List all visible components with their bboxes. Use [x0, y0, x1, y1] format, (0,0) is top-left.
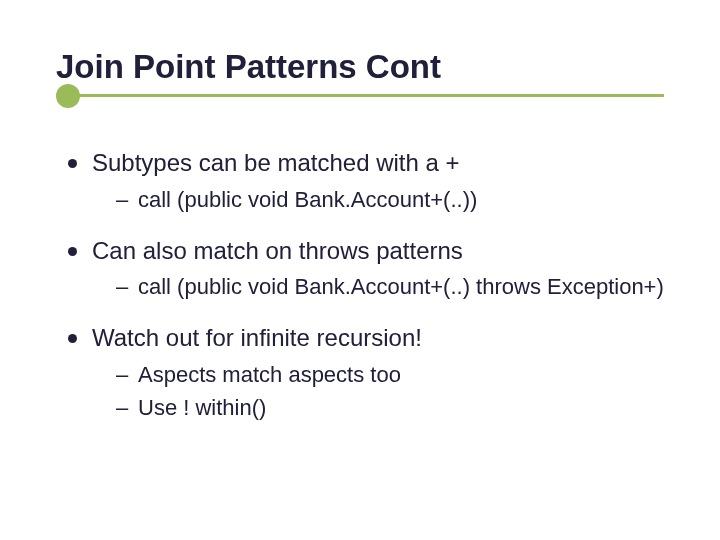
bullet-text: Can also match on throws patterns [92, 237, 463, 264]
list-item: Watch out for infinite recursion! Aspect… [64, 323, 664, 422]
list-item: call (public void Bank.Account+(..) thro… [116, 272, 664, 301]
sub-bullet-text: call (public void Bank.Account+(..)) [138, 187, 477, 212]
slide-title: Join Point Patterns Cont [56, 48, 664, 86]
accent-line [64, 94, 664, 97]
list-item: call (public void Bank.Account+(..)) [116, 185, 664, 214]
list-item: Subtypes can be matched with a + call (p… [64, 148, 664, 214]
slide: Join Point Patterns Cont Subtypes can be… [0, 0, 720, 540]
title-underline [56, 94, 664, 98]
sub-bullet-text: Aspects match aspects too [138, 362, 401, 387]
list-item: Can also match on throws patterns call (… [64, 236, 664, 302]
sub-list: call (public void Bank.Account+(..)) [92, 185, 664, 214]
bullet-list: Subtypes can be matched with a + call (p… [56, 148, 664, 422]
list-item: Use ! within() [116, 393, 664, 422]
bullet-text: Subtypes can be matched with a + [92, 149, 460, 176]
list-item: Aspects match aspects too [116, 360, 664, 389]
sub-bullet-text: call (public void Bank.Account+(..) thro… [138, 274, 664, 299]
title-block: Join Point Patterns Cont [56, 48, 664, 98]
sub-bullet-text: Use ! within() [138, 395, 266, 420]
sub-list: Aspects match aspects too Use ! within() [92, 360, 664, 422]
sub-list: call (public void Bank.Account+(..) thro… [92, 272, 664, 301]
bullet-text: Watch out for infinite recursion! [92, 324, 422, 351]
